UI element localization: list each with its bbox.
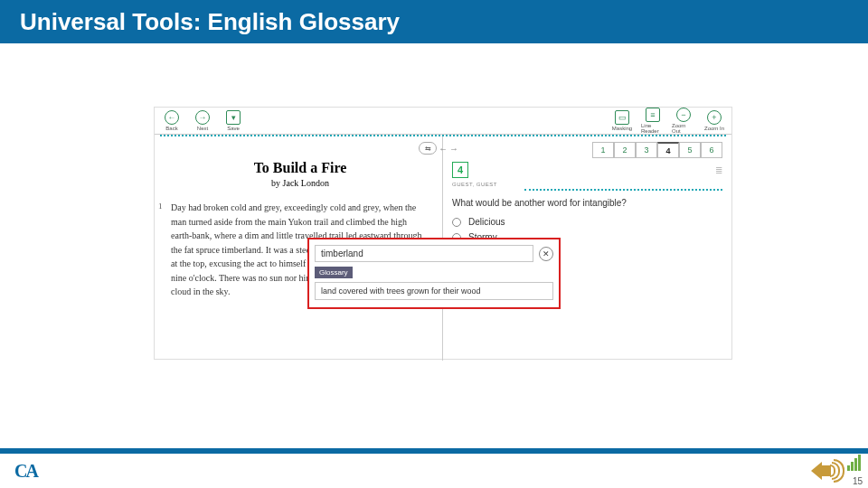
arrow-left-icon: ← (165, 110, 179, 125)
zoom-out-button[interactable]: − Zoom Out (672, 108, 695, 134)
masking-icon: ▭ (615, 110, 629, 125)
app-toolbar: ← Back → Next ▾ Save ▭ Masking ≡ Line Re… (155, 108, 731, 135)
line-reader-icon: ≡ (646, 108, 660, 122)
slide-title: Universal Tools: English Glossary (20, 8, 400, 36)
slide-page-number: 15 (853, 476, 863, 486)
passage-title: To Build a Fire (171, 160, 429, 176)
glossary-word: timberland (315, 245, 533, 262)
expand-left-button[interactable]: ⇆ (419, 142, 437, 155)
next-button[interactable]: → Next (191, 110, 214, 131)
question-tabs: 1 2 3 4 5 6 (452, 142, 722, 158)
zoom-out-icon: − (676, 108, 691, 122)
audio-speaker-icon[interactable] (812, 455, 854, 487)
app-screenshot: ← Back → Next ▾ Save ▭ Masking ≡ Line Re… (154, 107, 732, 360)
line-reader-button[interactable]: ≡ Line Reader (641, 108, 665, 134)
paragraph-number: 1 (158, 201, 163, 213)
back-button[interactable]: ← Back (160, 110, 184, 131)
glossary-close-button[interactable]: ✕ (539, 247, 553, 261)
zoom-in-button[interactable]: + Zoom In (703, 110, 726, 131)
question-meta: GUEST, GUEST (452, 182, 722, 187)
glossary-definition: land covered with trees grown for their … (315, 282, 553, 300)
save-button[interactable]: ▾ Save (222, 110, 245, 131)
radio-icon (452, 218, 461, 227)
choice-a[interactable]: Delicious (452, 217, 722, 227)
slide-title-bar: Universal Tools: English Glossary (0, 0, 868, 43)
question-number: 4 (452, 162, 468, 178)
arrow-right-icon: → (195, 110, 210, 125)
tab-4[interactable]: 4 (657, 142, 679, 158)
glossary-popup: timberland ✕ Glossary land covered with … (307, 238, 561, 309)
passage-byline: by Jack London (171, 178, 429, 188)
tab-6[interactable]: 6 (701, 142, 722, 158)
tab-5[interactable]: 5 (679, 142, 701, 158)
slide-footer: CA 15 (0, 448, 868, 488)
save-icon: ▾ (226, 110, 241, 125)
glossary-label: Glossary (315, 267, 353, 278)
choice-a-label: Delicious (468, 217, 505, 227)
tab-2[interactable]: 2 (614, 142, 636, 158)
question-menu-icon[interactable]: ≣ (715, 165, 722, 175)
question-prompt: What would be another word for intangibl… (452, 198, 722, 208)
question-divider (524, 189, 722, 191)
ca-logo: CA (14, 461, 37, 482)
tab-3[interactable]: 3 (636, 142, 657, 158)
masking-button[interactable]: ▭ Masking (610, 110, 634, 131)
zoom-in-icon: + (707, 110, 722, 125)
tab-1[interactable]: 1 (592, 142, 614, 158)
